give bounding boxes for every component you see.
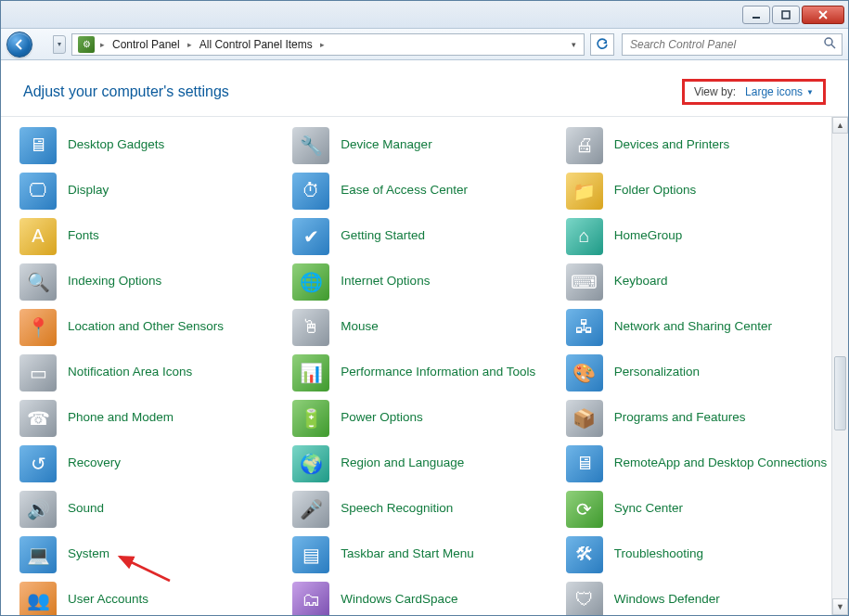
cp-item-personalization[interactable]: 🎨Personalization [566,350,839,395]
breadcrumb-segment-all-items[interactable]: All Control Panel Items [194,38,318,51]
close-button[interactable] [802,6,844,24]
cp-item-device-manager[interactable]: 🔧Device Manager [292,122,565,168]
cp-item-folder-options[interactable]: 📁Folder Options [566,168,839,213]
notification-area-icon: ▭ [19,354,57,391]
user-accounts-icon: 👥 [19,582,57,616]
breadcrumb-arrow-icon[interactable]: ▸ [318,40,327,49]
breadcrumb-arrow-icon[interactable]: ▸ [186,40,194,49]
cp-item-label: Notification Area Icons [68,365,192,380]
cp-item-mouse[interactable]: 🖱Mouse [292,304,565,350]
scroll-thumb[interactable] [834,356,846,430]
windows-cardspace-icon: 🗂 [292,582,329,616]
header-row: Adjust your computer's settings View by:… [1,60,848,117]
cp-item-troubleshooting[interactable]: 🛠Troubleshooting [566,532,839,577]
refresh-button[interactable] [590,33,614,56]
cp-item-getting-started[interactable]: ✔Getting Started [292,213,565,259]
cp-item-label: User Accounts [68,592,148,608]
cp-item-label: Region and Language [341,456,464,471]
search-input[interactable] [628,37,823,52]
minimize-button[interactable] [742,6,770,24]
sound-icon: 🔊 [19,491,57,528]
cp-item-recovery[interactable]: ↺Recovery [19,441,292,486]
search-box[interactable] [622,33,843,56]
system-icon: 💻 [19,536,57,573]
cp-item-user-accounts[interactable]: 👥User Accounts [19,577,292,615]
control-panel-window: ▾ ⚙ ▸ Control Panel ▸ All Control Panel … [0,0,849,616]
scroll-down-button[interactable]: ▼ [832,598,848,615]
cp-item-label: Mouse [341,319,379,335]
view-by-dropdown[interactable]: Large icons ▼ [745,85,814,98]
nav-history-dropdown[interactable]: ▾ [53,35,66,54]
recovery-icon: ↺ [19,445,57,482]
cp-item-display[interactable]: 🖵Display [19,168,292,213]
cp-item-label: Getting Started [341,228,425,244]
device-manager-icon: 🔧 [292,127,329,164]
vertical-scrollbar[interactable]: ▲ ▼ [831,117,848,615]
cp-item-internet-options[interactable]: 🌐Internet Options [292,259,565,304]
cp-item-windows-defender[interactable]: 🛡Windows Defender [566,577,839,615]
cp-item-windows-cardspace[interactable]: 🗂Windows CardSpace [292,577,565,615]
cp-item-label: System [68,546,109,562]
maximize-button[interactable] [772,6,800,24]
svg-rect-1 [782,11,790,19]
cp-item-sync-center[interactable]: ⟳Sync Center [566,486,839,532]
cp-item-taskbar-and-start-menu[interactable]: ▤Taskbar and Start Menu [292,532,565,577]
cp-item-system[interactable]: 💻System [19,532,292,577]
cp-item-label: Indexing Options [68,274,161,289]
taskbar-start-icon: ▤ [292,536,329,573]
cp-item-network-and-sharing-center[interactable]: 🖧Network and Sharing Center [566,304,839,350]
cp-item-label: Network and Sharing Center [614,319,772,335]
cp-item-label: Windows Defender [614,592,720,608]
cp-item-ease-of-access-center[interactable]: ⏱Ease of Access Center [292,168,565,213]
cp-item-power-options[interactable]: 🔋Power Options [292,395,565,441]
mouse-icon: 🖱 [292,309,329,346]
cp-item-keyboard[interactable]: ⌨Keyboard [566,259,839,304]
forward-button[interactable] [29,32,55,58]
cp-item-label: Sound [68,501,104,517]
cp-item-speech-recognition[interactable]: 🎤Speech Recognition [292,486,565,532]
cp-item-programs-and-features[interactable]: 📦Programs and Features [566,395,839,441]
cp-item-homegroup[interactable]: ⌂HomeGroup [566,213,839,259]
cp-item-indexing-options[interactable]: 🔍Indexing Options [19,259,292,304]
content-body: Adjust your computer's settings View by:… [1,60,848,615]
troubleshooting-icon: 🛠 [566,536,603,573]
cp-item-label: Phone and Modem [68,410,174,426]
phone-modem-icon: ☎ [19,400,57,437]
cp-item-label: Sync Center [614,501,683,517]
cp-item-performance-information-and-tools[interactable]: 📊Performance Information and Tools [292,350,565,395]
devices-printers-icon: 🖨 [566,127,603,164]
view-by-highlight: View by: Large icons ▼ [682,79,826,105]
items-grid: 🖥Desktop Gadgets🔧Device Manager🖨Devices … [1,117,848,615]
internet-options-icon: 🌐 [292,263,329,301]
cp-item-fonts[interactable]: AFonts [19,213,292,259]
remoteapp-icon: 🖥 [566,445,603,482]
scroll-up-button[interactable]: ▲ [832,117,848,134]
display-icon: 🖵 [19,173,57,210]
cp-item-location-and-other-sensors[interactable]: 📍Location and Other Sensors [19,304,292,350]
cp-item-region-and-language[interactable]: 🌍Region and Language [292,441,565,486]
programs-features-icon: 📦 [566,400,603,437]
getting-started-icon: ✔ [292,218,329,255]
cp-item-label: Speech Recognition [341,501,453,517]
svg-point-2 [825,38,832,45]
breadcrumb-segment-control-panel[interactable]: Control Panel [107,38,186,51]
cp-item-notification-area-icons[interactable]: ▭Notification Area Icons [19,350,292,395]
cp-item-desktop-gadgets[interactable]: 🖥Desktop Gadgets [19,122,292,168]
view-by-value: Large icons [745,85,803,98]
breadcrumb-bar[interactable]: ⚙ ▸ Control Panel ▸ All Control Panel It… [71,33,585,56]
cp-item-remoteapp-and-desktop-connections[interactable]: 🖥RemoteApp and Desktop Connections [566,441,839,486]
view-by-label: View by: [694,85,736,98]
cp-item-phone-and-modem[interactable]: ☎Phone and Modem [19,395,292,441]
breadcrumb-arrow-icon[interactable]: ▸ [98,40,107,49]
cp-item-sound[interactable]: 🔊Sound [19,486,292,532]
personalization-icon: 🎨 [566,354,603,391]
cp-item-label: Devices and Printers [614,137,730,153]
scroll-track[interactable] [832,134,848,598]
breadcrumb-dropdown[interactable]: ▾ [565,40,582,49]
cp-item-label: Ease of Access Center [341,183,468,199]
back-button[interactable] [6,32,32,58]
svg-rect-0 [753,17,760,19]
power-options-icon: 🔋 [292,400,329,437]
region-language-icon: 🌍 [292,445,329,482]
cp-item-devices-and-printers[interactable]: 🖨Devices and Printers [566,122,839,168]
